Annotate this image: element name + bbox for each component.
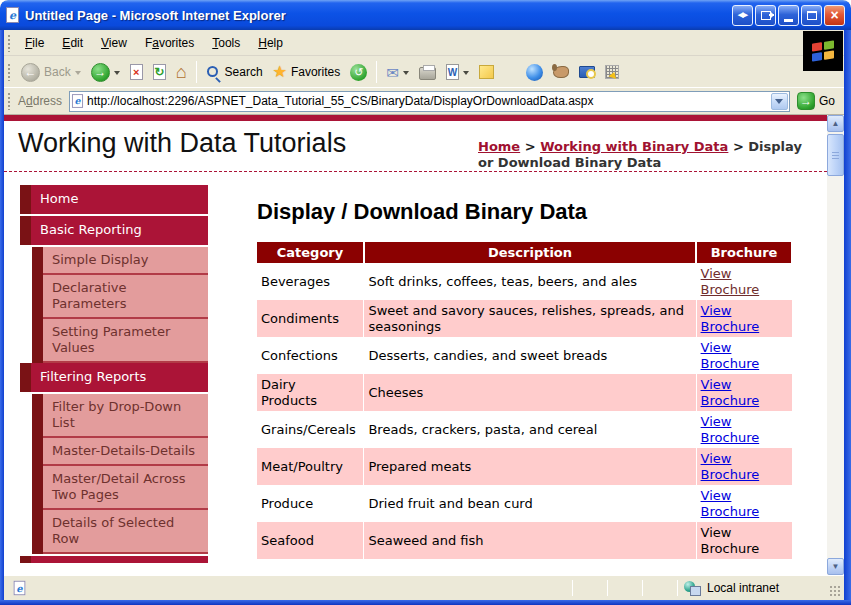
sidebar-edge — [20, 185, 31, 214]
sidebar-edge — [32, 247, 43, 275]
view-brochure-link[interactable]: View Brochure — [701, 340, 765, 372]
security-zone-panel: Local intranet — [678, 579, 828, 597]
menu-item-view[interactable]: View — [92, 32, 136, 54]
title-bar[interactable]: Untitled Page - Microsoft Internet Explo… — [0, 0, 851, 30]
category-cell: Confections — [257, 337, 364, 374]
menu-item-tools[interactable]: Tools — [203, 32, 249, 54]
sidebar-item-filter-by-drop-down-list[interactable]: Filter by Drop-Down List — [32, 394, 208, 438]
table-row: ProduceDried fruit and bean curdView Bro… — [257, 485, 792, 522]
toolbar-grip[interactable] — [7, 63, 11, 81]
discuss-note-icon — [479, 65, 494, 79]
favorites-button[interactable]: Favorites — [268, 61, 346, 83]
search-button[interactable]: Search — [201, 62, 268, 83]
sidebar-item-label: Home — [31, 185, 208, 214]
print-button[interactable] — [414, 61, 441, 83]
tools-grid-button[interactable] — [600, 62, 624, 82]
minimize-icon — [784, 19, 793, 22]
table-header-row: CategoryDescriptionBrochure — [257, 242, 792, 263]
resize-grip[interactable] — [828, 584, 841, 597]
table-row: ConfectionsDesserts, candies, and sweet … — [257, 337, 792, 374]
menu-item-favorites[interactable]: Favorites — [136, 32, 203, 54]
intranet-zone-icon — [684, 581, 701, 596]
standard-toolbar: Back Search Favorites — [4, 57, 844, 88]
breadcrumb-link[interactable]: Working with Binary Data — [540, 139, 728, 154]
vertical-scrollbar[interactable] — [827, 115, 844, 575]
table-row: Meat/PoultryPrepared meatsView Brochure — [257, 448, 792, 485]
toolbar-grip[interactable] — [7, 34, 11, 52]
view-brochure-link[interactable]: View Brochure — [701, 303, 765, 335]
sidebar-item-master-detail-across-two-pages[interactable]: Master/Detail Across Two Pages — [32, 466, 208, 510]
address-input-box — [69, 91, 790, 112]
stop-button[interactable] — [125, 61, 148, 83]
sidebar-edge — [20, 216, 31, 245]
brochure-cell: View Brochure — [696, 337, 792, 374]
toolbar-separator — [196, 61, 197, 83]
sidebar-item-master-details-details[interactable]: Master-Details-Details — [32, 438, 208, 466]
sidebar-item-label: Master-Details-Details — [43, 438, 208, 466]
breadcrumb-link[interactable]: Home — [478, 139, 520, 154]
page-title: Display / Download Binary Data — [257, 199, 797, 225]
word-icon — [446, 64, 459, 80]
book-icon — [579, 66, 595, 78]
status-page-icon — [14, 581, 26, 595]
category-cell: Grains/Cereals — [257, 411, 364, 448]
address-input[interactable] — [84, 93, 771, 110]
category-cell: Meat/Poultry — [257, 448, 364, 485]
view-brochure-link[interactable]: View Brochure — [701, 488, 765, 520]
home-button[interactable] — [171, 60, 192, 84]
scroll-up-button[interactable] — [827, 115, 844, 132]
sidebar-edge — [32, 319, 43, 363]
menu-bar: FileEditViewFavoritesToolsHelp — [4, 30, 844, 56]
sidebar: HomeBasic ReportingSimple DisplayDeclara… — [4, 185, 208, 563]
sidebar-item-partial[interactable] — [20, 556, 208, 563]
description-cell: Sweet and savory sauces, relishes, sprea… — [364, 300, 696, 337]
toolbar-grip[interactable] — [7, 92, 11, 110]
window-border-left — [0, 30, 4, 605]
menu-item-file[interactable]: File — [16, 32, 53, 54]
view-brochure-link[interactable]: View Brochure — [701, 266, 765, 298]
edit-with-word-button[interactable] — [441, 61, 474, 83]
go-arrow-icon — [797, 92, 815, 110]
table-row: Dairy ProductsCheesesView Brochure — [257, 374, 792, 411]
mail-button[interactable] — [381, 62, 414, 83]
menu-items: FileEditViewFavoritesToolsHelp — [16, 32, 292, 54]
refresh-button[interactable] — [148, 61, 171, 83]
history-button[interactable] — [345, 61, 372, 84]
horizontal-arrows-button[interactable] — [732, 5, 753, 26]
sidebar-item-declarative-parameters[interactable]: Declarative Parameters — [32, 275, 208, 319]
categories-table: CategoryDescriptionBrochure BeveragesSof… — [257, 242, 793, 559]
view-brochure-link[interactable]: View Brochure — [701, 414, 765, 446]
scroll-down-button[interactable] — [827, 558, 844, 575]
go-button[interactable]: Go — [797, 92, 835, 110]
close-button[interactable] — [824, 5, 845, 26]
sidebar-item-details-of-selected-row[interactable]: Details of Selected Row — [32, 510, 208, 554]
sidebar-item-label: Details of Selected Row — [43, 510, 208, 554]
sidebar-item-setting-parameter-values[interactable]: Setting Parameter Values — [32, 319, 208, 363]
table-row: Grains/CerealsBreads, crackers, pasta, a… — [257, 411, 792, 448]
popout-button[interactable] — [755, 5, 776, 26]
forward-button[interactable] — [86, 60, 125, 85]
minimize-button[interactable] — [778, 5, 799, 26]
research-button[interactable] — [548, 63, 574, 81]
menu-item-help[interactable]: Help — [249, 32, 292, 54]
discuss-button[interactable] — [474, 62, 499, 82]
brochure-cell: View Brochure — [696, 522, 792, 559]
view-brochure-link[interactable]: View Brochure — [701, 377, 765, 409]
maximize-button[interactable] — [801, 5, 822, 26]
encarta-button[interactable] — [574, 63, 600, 81]
sidebar-item-basic-reporting[interactable]: Basic Reporting — [20, 216, 208, 245]
scroll-thumb[interactable] — [827, 134, 844, 176]
sidebar-edge — [32, 438, 43, 466]
browser-window: Untitled Page - Microsoft Internet Explo… — [0, 0, 851, 605]
address-dropdown-button[interactable] — [771, 93, 788, 110]
sidebar-item-home[interactable]: Home — [20, 185, 208, 214]
menu-item-edit[interactable]: Edit — [53, 32, 92, 54]
description-cell: Dried fruit and bean curd — [364, 485, 696, 522]
mail-icon — [386, 65, 399, 80]
back-button[interactable]: Back — [16, 60, 86, 85]
view-brochure-link[interactable]: View Brochure — [701, 451, 765, 483]
description-cell: Cheeses — [364, 374, 696, 411]
messenger-button[interactable] — [521, 61, 548, 84]
sidebar-item-filtering-reports[interactable]: Filtering Reports — [20, 363, 208, 392]
sidebar-item-simple-display[interactable]: Simple Display — [32, 247, 208, 275]
